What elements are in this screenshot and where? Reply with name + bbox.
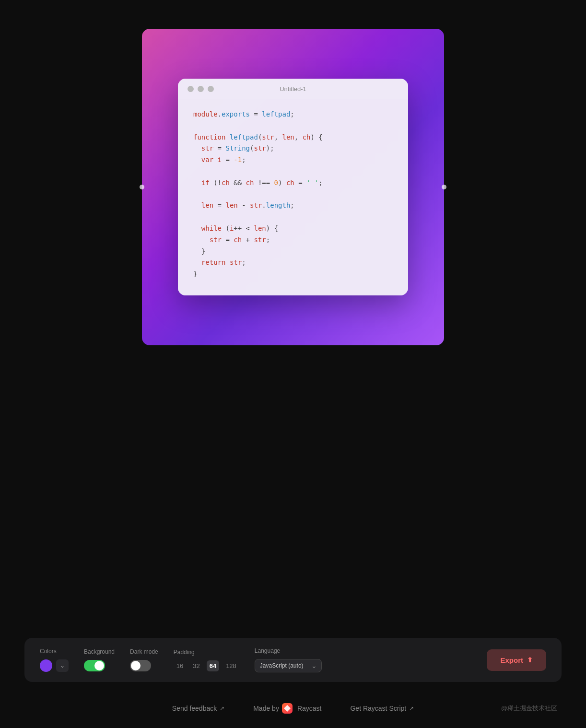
background-label: Background [84,648,115,655]
code-content: module.exports = leftpad; function leftp… [178,99,408,295]
padding-label: Padding [174,649,239,656]
toggle-thumb [94,661,104,670]
code-line: str = String(str); [193,143,393,154]
code-window: Untitled-1 module.exports = leftpad; fun… [178,79,408,295]
padding-16-button[interactable]: 16 [174,660,186,671]
preview-area: Untitled-1 module.exports = leftpad; fun… [0,0,586,364]
code-line: } [193,269,393,280]
close-button[interactable] [188,86,194,92]
darkmode-controls [130,660,158,671]
darkmode-label: Dark mode [130,648,158,655]
export-label: Export [500,656,523,664]
footer: Send feedback ↗ Made by Raycast Get Rayc… [0,693,586,728]
get-script-text: Get Raycast Script [350,705,406,712]
colors-chevron-button[interactable]: ⌄ [56,659,69,672]
code-line: function leftpad(str, len, ch) { [193,132,393,143]
colors-group: Colors ⌄ [40,648,69,672]
padding-128-button[interactable]: 128 [223,660,239,671]
window-titlebar: Untitled-1 [178,79,408,99]
colors-controls: ⌄ [40,659,69,672]
language-select-wrap: JavaScript (auto) TypeScript Python HTML… [255,659,322,672]
padding-32-button[interactable]: 32 [190,660,202,671]
code-blank [193,166,393,177]
gradient-background: Untitled-1 module.exports = leftpad; fun… [142,29,444,345]
drag-handle-left[interactable] [140,185,144,189]
code-line: len = len - str.length; [193,200,393,211]
send-feedback-link[interactable]: Send feedback ↗ [172,705,224,712]
code-line: } [193,246,393,258]
minimize-button[interactable] [198,86,204,92]
raycast-text: Raycast [297,705,322,712]
colors-label: Colors [40,648,69,655]
background-group: Background [84,648,115,671]
made-by-text: Made by [253,705,279,712]
social-handle: @稀土掘金技术社区 [501,704,557,713]
padding-group: Padding 16 32 64 128 [174,649,239,671]
raycast-logo [282,703,293,714]
maximize-button[interactable] [208,86,214,92]
drag-handle-right[interactable] [442,185,446,189]
background-toggle[interactable] [84,660,105,671]
darkmode-toggle[interactable] [130,660,151,671]
window-title: Untitled-1 [280,85,306,93]
external-link-icon: ↗ [220,705,224,712]
padding-64-button[interactable]: 64 [207,660,219,671]
language-controls: JavaScript (auto) TypeScript Python HTML… [255,659,322,672]
toolbar: Colors ⌄ Background Dark mode Padding 16… [24,638,562,682]
code-line: if (!ch && ch !== 0) ch = ' '; [193,177,393,189]
language-select[interactable]: JavaScript (auto) TypeScript Python HTML… [255,659,322,672]
code-line: str = ch + str; [193,235,393,246]
export-icon: ⬆ [527,656,533,664]
color-swatch[interactable] [40,659,52,672]
external-link-icon-2: ↗ [409,705,414,712]
send-feedback-text: Send feedback [172,705,217,712]
window-buttons [188,86,214,92]
export-button[interactable]: Export ⬆ [487,649,546,671]
footer-links: Send feedback ↗ Made by Raycast Get Rayc… [172,703,414,714]
code-line: module.exports = leftpad; [193,109,393,120]
code-line: return str; [193,257,393,269]
code-blank [193,120,393,132]
background-controls [84,660,115,671]
get-script-link[interactable]: Get Raycast Script ↗ [350,705,414,712]
made-by-link[interactable]: Made by Raycast [253,703,321,714]
toggle-thumb [131,661,141,670]
code-blank [193,211,393,223]
language-label: Language [255,647,322,654]
padding-controls: 16 32 64 128 [174,660,239,671]
darkmode-group: Dark mode [130,648,158,671]
code-blank [193,189,393,200]
code-line: while (i++ < len) { [193,223,393,235]
language-group: Language JavaScript (auto) TypeScript Py… [255,647,322,672]
code-line: var i = -1; [193,154,393,166]
